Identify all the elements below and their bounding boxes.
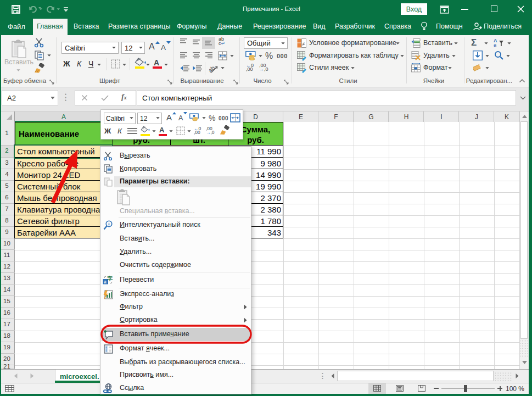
- svg-text:字: 字: [107, 275, 113, 282]
- svg-text:≠: ≠: [303, 41, 305, 47]
- svg-text:я: я: [494, 43, 496, 48]
- svg-text:a: a: [104, 279, 107, 285]
